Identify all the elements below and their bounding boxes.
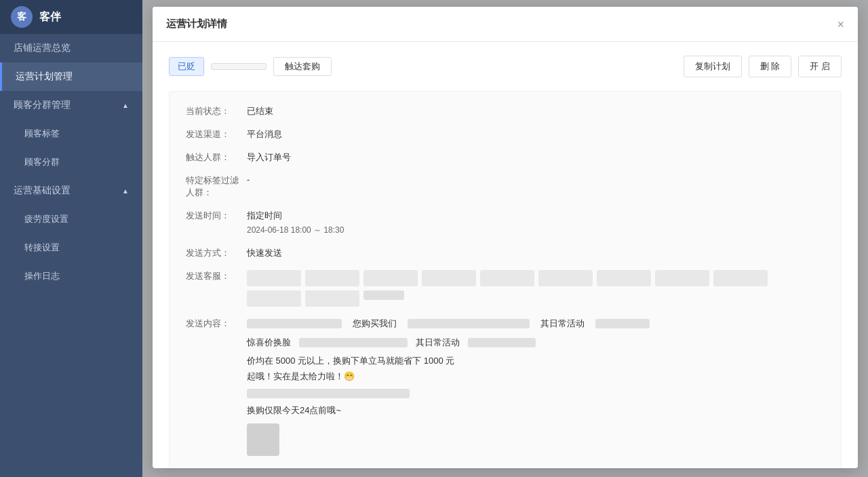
tag-filter-value: - [247,174,825,185]
send-time-range: 2024-06-18 18:00 ～ 18:30 [247,225,825,236]
sidebar-item-customer-segment[interactable]: 顾客分群管理 ▲ [0,91,142,119]
info-section: 当前状态： 已结束 发送渠道： 平台消息 触达人群： 导入订单号 特定标签过滤人… [169,91,842,468]
plan-actions: 复制计划 删 除 开 启 [684,56,842,77]
content-blur-c [247,389,410,398]
chevron-down-icon-2: ▲ [122,187,129,195]
info-row-send-method: 发送方式： 快速发送 [186,247,825,259]
cs-tag-8 [655,270,709,286]
content-right-blur [595,319,650,328]
content-line1-row: 惊喜价换脸 其日常活动 [247,337,825,349]
plan-tag-left: 已贬 触达套购 [169,57,332,76]
delete-plan-button[interactable]: 删 除 [749,56,792,77]
status-value: 已结束 [247,105,825,117]
plan-tags-row: 已贬 触达套购 复制计划 删 除 开 启 [169,56,842,77]
audience-label: 触达人群： [186,151,247,164]
content-header: 您购买我们 其日常活动 [247,318,825,330]
cs-area [247,270,825,307]
info-row-send-cs: 发送客服： [186,270,825,307]
cs-tag-7 [597,270,651,286]
sidebar-logo: 客 [11,6,33,28]
sidebar-item-customer-tags[interactable]: 顾客标签 [0,119,142,148]
content-blur-b [468,338,536,347]
send-cs-label: 发送客服： [186,270,247,282]
cs-tag-12 [363,290,404,300]
cs-tag-1 [247,270,301,286]
tag-filter-label: 特定标签过滤人群： [186,174,247,199]
copy-plan-button[interactable]: 复制计划 [684,56,742,77]
chevron-down-icon: ▲ [122,102,129,109]
content-title-blur [247,319,342,328]
content-middle-blur [408,319,530,328]
sidebar-header: 客 客伴 [0,0,142,34]
modal-title: 运营计划详情 [166,18,227,31]
activity-label: 其日常活动 [540,318,585,330]
modal-overlay: 运营计划详情 × 已贬 触达套购 复制计划 删 除 开 启 [142,0,868,477]
audience-value: 导入订单号 [247,151,825,164]
modal-header: 运营计划详情 × [153,7,858,42]
content-blur-a [299,338,408,347]
info-row-send-time: 发送时间： 指定时间 2024-06-18 18:00 ～ 18:30 [186,210,825,236]
purchase-label: 您购买我们 [353,318,397,330]
send-time-label: 发送时间： [186,210,247,222]
channel-label: 发送渠道： [186,128,247,140]
send-time-type: 指定时间 [247,210,825,222]
info-row-tag-filter: 特定标签过滤人群： - [186,174,825,199]
content-line4: 换购仅限今天24点前哦~ [247,402,825,418]
main-area: 运营 运营计划详情 × 已贬 触达套购 复制计划 [142,0,868,477]
cs-tag-5 [480,270,534,286]
cs-tag-2 [305,270,359,286]
cs-tag-6 [538,270,593,286]
cs-tag-3 [363,270,418,286]
cs-tag-9 [713,270,768,286]
channel-value: 平台消息 [247,128,825,140]
sidebar-item-operation-log[interactable]: 操作日志 [0,262,142,290]
content-blur-row [247,389,825,398]
sidebar-item-transfer-settings[interactable]: 转接设置 [0,233,142,262]
sidebar-item-store-overview[interactable]: 店铺运营总览 [0,34,142,62]
sidebar-item-plan-management[interactable]: 运营计划管理 [0,62,142,91]
sidebar-item-fatigue-settings[interactable]: 疲劳度设置 [0,205,142,233]
sidebar-item-operations-settings[interactable]: 运营基础设置 ▲ [0,176,142,205]
send-content-label: 发送内容： [186,318,247,330]
send-method-label: 发送方式： [186,247,247,259]
sidebar: 客 客伴 店铺运营总览 运营计划管理 顾客分群管理 ▲ 顾客标签 顾客分群 运营… [0,0,142,477]
send-time-value: 指定时间 2024-06-18 18:00 ～ 18:30 [247,210,825,236]
tag-blank [211,63,267,70]
open-plan-button[interactable]: 开 启 [798,56,842,77]
activity-label2: 其日常活动 [416,337,460,349]
close-icon[interactable]: × [837,18,844,31]
cs-tag-10 [247,290,301,307]
sidebar-nav: 店铺运营总览 运营计划管理 顾客分群管理 ▲ 顾客标签 顾客分群 运营基础设置 … [0,34,142,477]
tag-paid: 已贬 [169,57,204,76]
cs-tag-11 [305,290,359,307]
sidebar-item-customer-groups[interactable]: 顾客分群 [0,148,142,176]
send-method-value: 快速发送 [247,247,825,259]
info-row-send-content: 发送内容： 您购买我们 其日常活动 [186,318,825,456]
app-name: 客伴 [39,10,61,24]
status-label: 当前状态： [186,105,247,117]
content-line3: 起哦！实在是太给力啦！😁 [247,368,825,384]
content-line1: 惊喜价换脸 [247,337,291,349]
cs-tag-4 [422,270,476,286]
content-line2: 价均在 5000 元以上，换购下单立马就能省下 1000 元 [247,353,825,368]
info-row-status: 当前状态： 已结束 [186,105,825,117]
info-row-audience: 触达人群： 导入订单号 [186,151,825,164]
modal: 运营计划详情 × 已贬 触达套购 复制计划 删 除 开 启 [153,7,858,468]
info-row-channel: 发送渠道： 平台消息 [186,128,825,140]
modal-body: 已贬 触达套购 复制计划 删 除 开 启 当前状态： 已结束 [153,42,858,468]
send-content-area: 您购买我们 其日常活动 惊喜价换脸 其日常活动 [247,318,825,456]
tag-touch: 触达套购 [273,57,332,76]
content-image [247,423,279,456]
